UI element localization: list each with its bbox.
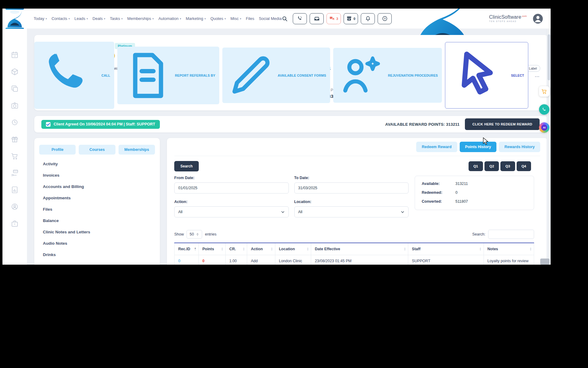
column-header[interactable]: Notes ▲▼ bbox=[484, 243, 534, 255]
main-content: Abigail Jones Platinum bbox=[27, 29, 551, 265]
nav-item[interactable]: Memberships ▾ bbox=[127, 16, 154, 21]
side-menu-item[interactable]: Drinks bbox=[43, 249, 151, 260]
to-date-input[interactable]: 31/03/2025 bbox=[294, 182, 409, 194]
location-select[interactable]: All bbox=[294, 206, 409, 217]
column-header[interactable]: Location ▲▼ bbox=[275, 243, 311, 255]
reward-points-label: AVAILABLE REWARD POINTS: 313211 bbox=[385, 122, 460, 127]
client-action-button[interactable]: REJUVENATION PROCEDURES bbox=[333, 48, 442, 103]
quarter-button[interactable]: Q1 bbox=[469, 161, 483, 171]
nav-item[interactable]: Leads ▾ bbox=[74, 16, 88, 21]
package-icon[interactable] bbox=[11, 68, 19, 76]
column-header[interactable]: Date Effective ▲▼ bbox=[311, 243, 408, 255]
nav-item[interactable]: Today ▾ bbox=[34, 16, 47, 21]
scrollbar-thumb[interactable] bbox=[548, 34, 550, 80]
side-menu-item[interactable]: Files bbox=[43, 204, 151, 215]
quarter-buttons: Q1 Q2 Q3 Q4 bbox=[469, 161, 531, 171]
summary-label: Converted: bbox=[422, 199, 455, 204]
camera-icon[interactable] bbox=[11, 102, 19, 109]
brand-name: ClinicSoftware.com bbox=[489, 14, 527, 20]
client-action-button[interactable]: CALL bbox=[34, 42, 114, 109]
chat-button[interactable]: 3 bbox=[326, 13, 341, 24]
floating-ai-button[interactable]: AI bbox=[539, 122, 549, 133]
table-row[interactable]: 001.00AddLondon Clinic23/08/2023 01:45 P… bbox=[175, 255, 534, 265]
layers-icon[interactable] bbox=[11, 85, 19, 93]
nav-item[interactable]: Quotes ▾ bbox=[210, 16, 226, 21]
store-button[interactable]: 0 bbox=[344, 13, 358, 24]
column-header[interactable]: CR. ▲▼ bbox=[225, 243, 247, 255]
to-date-label: To Date: bbox=[294, 176, 409, 180]
sort-icon: ▲▼ bbox=[479, 247, 481, 251]
side-menu-item[interactable]: Accounts and Billing bbox=[43, 181, 151, 192]
nav-item[interactable]: Social Media bbox=[259, 16, 281, 21]
floating-phone-button[interactable] bbox=[539, 104, 549, 115]
column-header[interactable]: Rec.ID ▲▼ bbox=[175, 243, 199, 255]
search-icon[interactable] bbox=[282, 16, 288, 22]
nav-item[interactable]: Marketing ▾ bbox=[186, 16, 206, 21]
side-menu-item[interactable]: Audio Notes bbox=[43, 238, 151, 249]
side-menu-item[interactable]: Activity bbox=[43, 158, 151, 170]
calendar-icon[interactable]: 12 bbox=[11, 51, 19, 59]
side-menu-item[interactable]: Invoices bbox=[43, 170, 151, 181]
notifications-button[interactable] bbox=[361, 13, 375, 24]
inbox-button[interactable] bbox=[310, 13, 324, 24]
side-menu-item[interactable]: Appointments bbox=[43, 192, 151, 204]
column-header[interactable]: Points ▲▼ bbox=[198, 243, 225, 255]
gift-icon[interactable] bbox=[11, 135, 19, 143]
column-header[interactable]: Action ▲▼ bbox=[247, 243, 275, 255]
table-search-input[interactable] bbox=[488, 230, 534, 239]
chevron-down-icon: ▾ bbox=[240, 17, 241, 20]
quarter-button[interactable]: Q4 bbox=[517, 161, 531, 171]
nav-item[interactable]: Deals ▾ bbox=[92, 16, 105, 21]
checkbox-checked-icon[interactable] bbox=[46, 122, 51, 127]
nav-item[interactable]: Automation ▾ bbox=[158, 16, 181, 21]
action-select[interactable]: All bbox=[174, 206, 289, 217]
client-action-button[interactable]: AVAILABLE CONSENT FORMS bbox=[222, 48, 330, 103]
client-action-button[interactable]: ... bbox=[531, 71, 541, 79]
reward-tab[interactable]: Redeem Reward bbox=[416, 142, 457, 152]
floating-panel-handle[interactable] bbox=[540, 259, 549, 265]
phone-button[interactable] bbox=[293, 13, 307, 24]
reward-tab[interactable]: Rewards History bbox=[499, 142, 540, 152]
client-action-button[interactable]: REPORT REFERRALS BY bbox=[117, 47, 219, 104]
floating-cart-button[interactable] bbox=[539, 86, 549, 97]
nav-item[interactable]: Contacts ▾ bbox=[51, 16, 70, 21]
side-menu-item[interactable]: Clinic Notes and Letters bbox=[43, 226, 151, 238]
search-button[interactable]: Search bbox=[174, 161, 199, 171]
nav-item[interactable]: Files bbox=[246, 16, 254, 21]
column-header[interactable]: Staff ▲▼ bbox=[408, 243, 484, 255]
nav-item-label: Tasks bbox=[110, 16, 120, 21]
phone-icon bbox=[297, 16, 303, 21]
report-icon[interactable] bbox=[11, 186, 19, 194]
cart-icon[interactable] bbox=[11, 152, 19, 160]
nav-item[interactable]: Tasks ▾ bbox=[110, 16, 123, 21]
reward-tabs: Redeem Reward Points History Rewards His… bbox=[174, 142, 540, 156]
cart-icon bbox=[541, 88, 547, 94]
profile-tabs: Profile Courses Memberships bbox=[34, 145, 160, 155]
help-button[interactable]: ? bbox=[378, 13, 392, 24]
side-menu-item[interactable]: Consent Forms History bbox=[43, 260, 151, 265]
redeem-reward-button[interactable]: CLICK HERE TO REDEEM REWARD bbox=[465, 118, 540, 130]
chevron-down-icon: ▾ bbox=[121, 17, 123, 20]
profile-tab[interactable]: Memberships bbox=[119, 145, 155, 155]
client-agreed-chip[interactable]: Client Agreed On 10/06/2024 04:04 PM | S… bbox=[41, 120, 160, 129]
account-icon[interactable] bbox=[11, 203, 19, 211]
payment-icon[interactable] bbox=[11, 169, 19, 177]
profile-tab[interactable]: Courses bbox=[79, 145, 115, 155]
history-icon[interactable] bbox=[11, 118, 19, 126]
from-date-label: From Date: bbox=[174, 176, 289, 180]
app-logo[interactable] bbox=[2, 9, 27, 29]
chevron-down-icon: ▾ bbox=[104, 17, 105, 20]
user-avatar[interactable] bbox=[533, 13, 543, 24]
sort-icon: ▲▼ bbox=[243, 247, 245, 251]
quarter-button[interactable]: Q2 bbox=[484, 161, 499, 171]
from-date-input[interactable]: 01/01/2025 bbox=[174, 182, 289, 194]
page-size-select[interactable]: 50 bbox=[187, 230, 202, 239]
case-icon[interactable] bbox=[11, 220, 19, 228]
select-icon bbox=[449, 45, 509, 105]
client-action-button[interactable]: SELECT bbox=[445, 42, 529, 109]
profile-tab[interactable]: Profile bbox=[39, 145, 76, 155]
side-menu-item[interactable]: Balance bbox=[43, 215, 151, 226]
quarter-button[interactable]: Q3 bbox=[500, 161, 515, 171]
reward-tab[interactable]: Points History bbox=[460, 142, 497, 152]
nav-item[interactable]: Misc ▾ bbox=[231, 16, 241, 21]
